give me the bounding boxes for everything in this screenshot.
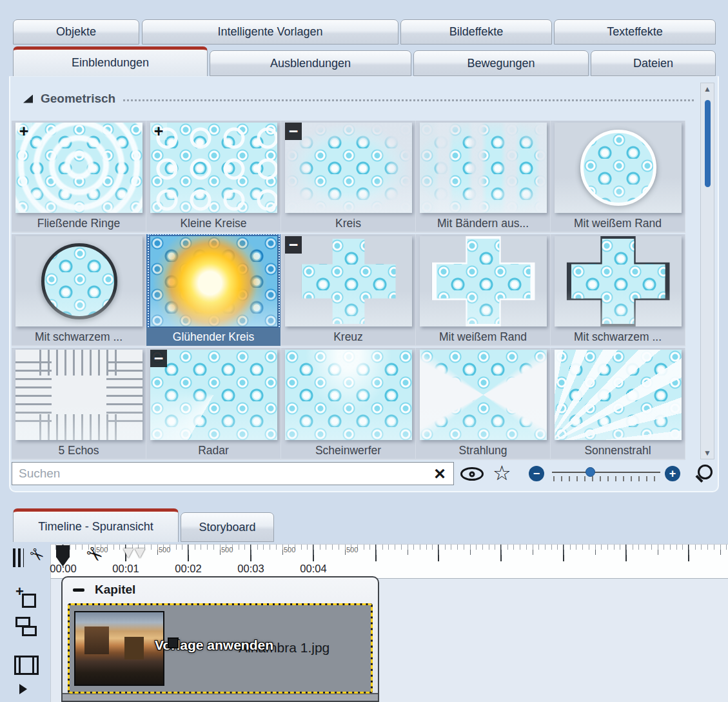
drag-cursor-icon: [168, 637, 179, 648]
effect-thumbnail: [555, 350, 682, 440]
tab-intelligente-vorlagen[interactable]: Intelligente Vorlagen: [142, 19, 398, 45]
scrollbar-track[interactable]: [701, 95, 714, 447]
effect-card[interactable]: + Fließende Ringe: [12, 121, 146, 233]
search-toolbar: × ☆ − +: [0, 461, 728, 486]
section-header[interactable]: Geometrisch: [23, 92, 694, 106]
effect-thumbnail: [150, 350, 277, 440]
scrollbar-down-icon[interactable]: ▼: [701, 447, 714, 459]
effect-thumbnail: [285, 123, 412, 213]
tab-ausblendungen[interactable]: Ausblendungen: [210, 50, 411, 76]
effect-card[interactable]: Scheinwerfer: [281, 348, 416, 460]
ruler-ticks: [51, 545, 728, 578]
object-box-icon: [22, 594, 36, 608]
range-frame-icon[interactable]: [14, 656, 39, 675]
effects-scrollbar[interactable]: ▲ ▼: [700, 83, 714, 459]
search-clear-icon[interactable]: ×: [430, 463, 449, 485]
effect-card-selected[interactable]: Glühender Kreis: [146, 234, 281, 346]
ruler-time-label: 00:01: [106, 563, 145, 575]
effect-thumbnail: [420, 123, 547, 213]
effect-thumbnail: [285, 350, 412, 440]
effect-thumbnail: [15, 123, 143, 213]
tab-label: Einblendungen: [72, 56, 149, 70]
tab-label: Dateien: [633, 57, 673, 70]
tab-bewegungen[interactable]: Bewegungen: [413, 50, 589, 76]
timeline-clip[interactable]: Alhambra 1.jpg Vorlage anwenden: [68, 603, 373, 694]
tab-objekte[interactable]: Objekte: [13, 19, 139, 45]
expand-badge[interactable]: +: [15, 123, 32, 140]
effect-label: Kleine Kreise: [148, 214, 279, 232]
film-bars-icon: [13, 548, 24, 567]
ruler-minor-label: 500: [159, 546, 170, 554]
insert-object-icon[interactable]: +: [15, 586, 37, 609]
effect-card[interactable]: Strahlung: [416, 348, 551, 460]
effect-thumbnail: [150, 123, 277, 213]
search-input[interactable]: [12, 463, 453, 485]
effect-card[interactable]: − Kreuz: [281, 234, 416, 346]
effect-label: Strahlung: [417, 441, 549, 459]
tab-storyboard[interactable]: Storyboard: [181, 512, 274, 542]
track-strip: [63, 693, 378, 701]
effect-thumbnail: [15, 350, 143, 440]
ruler-minor-label: 500: [284, 546, 295, 554]
tab-timeline-spuransicht[interactable]: Timeline - Spuransicht: [13, 508, 179, 542]
tab-label: Intelligente Vorlagen: [217, 25, 322, 39]
effect-thumbnail: [420, 350, 547, 440]
tab-label: Bildeffekte: [449, 25, 504, 39]
collapse-triangle-icon[interactable]: [23, 95, 33, 103]
effect-card[interactable]: Mit weißem Rand: [416, 234, 551, 346]
range-marker-icon[interactable]: [123, 548, 133, 558]
effect-label: Radar: [148, 441, 279, 459]
zoom-in-button[interactable]: +: [665, 466, 680, 481]
chapter-label: Kapitel: [95, 583, 135, 597]
tab-label: Objekte: [56, 25, 96, 39]
chapter-header: Kapitel: [63, 577, 378, 602]
effect-card[interactable]: Mit Bändern aus...: [416, 121, 551, 233]
favorites-star-icon[interactable]: ☆: [493, 461, 511, 485]
effect-card[interactable]: Mit weißem Rand: [551, 121, 685, 233]
effect-card[interactable]: 5 Echos: [12, 348, 146, 460]
tab-label: Texteffekte: [607, 25, 663, 39]
front-box-icon: [22, 626, 37, 636]
search-box[interactable]: ×: [12, 462, 454, 485]
ruler-minor-label: 500: [346, 546, 358, 554]
collapse-badge[interactable]: −: [285, 123, 302, 140]
collapse-badge[interactable]: −: [285, 236, 302, 254]
object-overlay-icon[interactable]: [15, 616, 39, 640]
effect-label: 5 Echos: [13, 441, 144, 459]
section-divider: [123, 99, 694, 101]
expand-badge[interactable]: +: [150, 123, 167, 140]
effect-card[interactable]: Sonnenstrahl: [551, 348, 685, 460]
effect-card[interactable]: Mit schwarzem ...: [551, 234, 685, 346]
ruler-minor-label: 500: [221, 546, 233, 554]
effects-grid: + Fließende Ringe + Kleine Kreise − Krei…: [12, 121, 685, 461]
range-marker-icon[interactable]: [135, 548, 145, 558]
clip-thumbnail: [74, 611, 164, 686]
magnifier-icon[interactable]: [694, 463, 714, 483]
effect-label: Sonnenstrahl: [552, 441, 684, 459]
effect-card[interactable]: + Kleine Kreise: [146, 121, 281, 233]
chapter-collapse-button[interactable]: [73, 588, 84, 592]
effect-thumbnail: [555, 236, 682, 326]
tab-einblendungen[interactable]: Einblendungen: [13, 46, 208, 76]
slider-thumb[interactable]: [585, 467, 595, 477]
collapse-badge[interactable]: −: [150, 350, 167, 367]
expand-tracks-icon[interactable]: [19, 684, 27, 694]
tab-label: Ausblendungen: [270, 57, 351, 70]
tab-bildeffekte[interactable]: Bildeffekte: [400, 19, 552, 45]
tab-texteffekte[interactable]: Texteffekte: [554, 19, 716, 45]
tab-label: Timeline - Spuransicht: [38, 520, 153, 534]
preview-eye-icon[interactable]: [460, 467, 484, 481]
ruler-time-label: 00:04: [294, 563, 333, 575]
timeline-ruler[interactable]: 500 500 500 500 500 00:00 00:01 00:02 00…: [50, 544, 728, 579]
mouse-mode-icon[interactable]: ✂: [13, 545, 44, 571]
effect-card[interactable]: − Radar: [146, 348, 281, 460]
effect-card[interactable]: Mit schwarzem ...: [12, 234, 146, 346]
thumbnail-size-slider[interactable]: [552, 466, 660, 481]
effect-card[interactable]: − Kreis: [281, 121, 416, 233]
chapter-track[interactable]: Kapitel Alhambra 1.jpg Vorlage anwenden: [61, 576, 379, 702]
scrollbar-thumb[interactable]: [705, 100, 711, 187]
effect-thumbnail: [150, 236, 277, 326]
tab-dateien[interactable]: Dateien: [591, 50, 716, 76]
zoom-out-button[interactable]: −: [529, 466, 544, 481]
scrollbar-up-icon[interactable]: ▲: [701, 83, 714, 95]
